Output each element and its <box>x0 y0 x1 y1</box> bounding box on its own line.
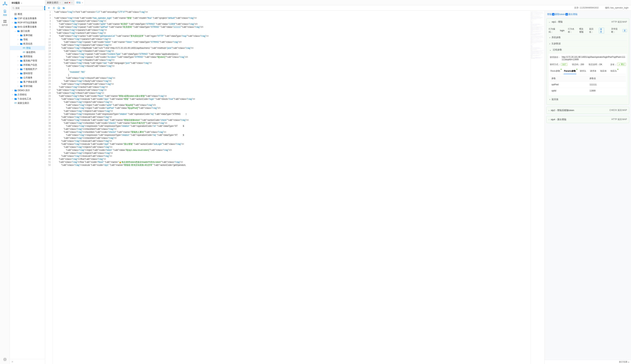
folder-icon <box>20 42 23 45</box>
tree-label: ROP-RTS运营服务 <box>18 21 37 24</box>
return-section[interactable]: ›返回值 <box>549 96 627 102</box>
step-header-stp4[interactable]: › stp4 - 退出登陆HTTP 返回:MAP <box>546 116 629 123</box>
close-icon[interactable]: × <box>60 2 61 4</box>
tree-item[interactable]: ›T-自动化工具 <box>10 97 45 101</box>
svg-point-8 <box>5 359 5 360</box>
sys-params-section[interactable]: ›系统参数 <box>549 34 627 40</box>
folder-icon <box>14 26 17 28</box>
param-tabs: Rests参数 Params参数 请求头 请求体 响应体 响应头 <box>550 68 625 74</box>
tab-res-header[interactable]: 响应头 <box>610 68 617 74</box>
tab-res-body[interactable]: 响应体 <box>600 68 607 74</box>
tree-label: 公共服务 <box>23 76 33 80</box>
rail-lib-label: 组件库 <box>2 24 8 26</box>
search-input[interactable] <box>11 6 43 10</box>
code-icon: </> <box>23 46 26 50</box>
debug-button[interactable] <box>53 7 55 9</box>
close-icon[interactable]: × <box>71 2 72 4</box>
proc-params-section[interactable]: ⌄过程参数 <box>549 46 627 53</box>
status-code: 200 <box>580 63 584 66</box>
folder-icon <box>20 68 23 70</box>
svg-rect-16 <box>63 7 64 9</box>
tree-label: 个股期权开户 <box>23 68 37 71</box>
tree-item[interactable]: </>刷新交易日 <box>10 101 45 105</box>
app-logo <box>3 2 8 6</box>
dir-meta: 目录: 1115294465941632 <box>574 6 598 9</box>
svg-rect-17 <box>64 8 64 9</box>
minimap[interactable]: <?xml version="1.0" encoding="UTF-8"?><r… <box>530 10 544 364</box>
sidebar: BS项目 › 概览›CSF-证金业务服务›ROP-RTS运营服务⌄BAS-业务聚… <box>10 0 45 364</box>
svg-point-1 <box>5 2 5 3</box>
editor-tab[interactable]: asd× <box>63 0 74 5</box>
table-row: optPwd111111 <box>550 82 626 88</box>
arrow-icon: ➜ <box>552 13 554 16</box>
tree-item[interactable]: ›导航 <box>10 38 45 42</box>
tree-label: BAS-业务聚合服务 <box>18 25 37 28</box>
rail-use-cases[interactable]: 用例 <box>3 10 7 16</box>
editor-tabs: 刷新交易日×asd×登陆× <box>45 0 631 5</box>
real-params-section[interactable]: ›实参数据 <box>549 40 627 46</box>
svg-rect-5 <box>5 20 6 21</box>
svg-rect-14 <box>16 14 17 15</box>
tree-label: 密码管理 <box>23 72 33 75</box>
format-button[interactable] <box>63 7 65 9</box>
folder-icon <box>17 30 20 32</box>
svg-rect-13 <box>15 14 15 15</box>
step-panel-stp2: › stp2 - 登陆后校验tokenCHECK 返回:MAP <box>546 107 629 114</box>
tree-item[interactable]: ⌄BAS-业务聚合服务 <box>10 25 45 29</box>
chevron-down-icon: ⌄ <box>549 21 550 23</box>
tree-label: 登陆 <box>26 46 31 50</box>
tree-item[interactable]: 概览 <box>10 12 45 16</box>
tree-item[interactable]: ›个股期权开户 <box>10 67 45 71</box>
request-path: http://172.20.101.90:14001/api/bas/opera… <box>562 56 626 61</box>
tree-item[interactable]: ›Z-回收站 <box>10 92 45 97</box>
tab-req-header[interactable]: 请求头 <box>579 68 586 74</box>
tree-item[interactable]: ›密码管理 <box>10 71 45 76</box>
tree-item[interactable]: ›CSF-证金业务服务 <box>10 16 45 20</box>
tree-label: 客户佣金设置 <box>23 80 37 84</box>
nav-tree: 概览›CSF-证金业务服务›ROP-RTS运营服务⌄BAS-业务聚合服务⌄接口自… <box>10 11 45 359</box>
tree-label: 股东账户管理 <box>23 59 37 62</box>
tree-label: 接口自测 <box>21 29 30 33</box>
tree-item[interactable]: ›外部账户信息 <box>10 63 45 67</box>
settings-icon[interactable] <box>3 358 7 362</box>
svg-rect-11 <box>15 13 15 14</box>
chevron-right-icon: › <box>549 109 549 112</box>
code-editor[interactable]: 1234567891011121314151617181920212223242… <box>45 10 544 364</box>
tree-item[interactable]: </>登陆 <box>10 46 45 50</box>
rail-component-lib[interactable]: 组件库 <box>2 20 8 26</box>
folder-icon <box>20 34 23 37</box>
svg-point-3 <box>6 4 7 5</box>
tree-item[interactable]: ›DEMO-演示 <box>10 88 45 92</box>
toolbar: 目录: 1115294465941632 编码: bas_operator_lo… <box>45 5 631 10</box>
chevron-right-icon: › <box>21 2 22 4</box>
sidebar-collapse[interactable]: « <box>10 359 45 364</box>
folder-icon <box>20 76 23 79</box>
step-panel-stp1: ⌄ stp1 - 登陆 HTTP 返回:MAP 行为编码：login 行为名称：… <box>546 18 629 105</box>
step-header-stp1[interactable]: ⌄ stp1 - 登陆 HTTP 返回:MAP <box>546 18 629 25</box>
result-footer[interactable]: 执行结果 » <box>545 360 631 364</box>
step-header-stp2[interactable]: › stp2 - 登陆后校验tokenCHECK 返回:MAP <box>546 107 629 114</box>
tab-req-body[interactable]: 请求体 <box>590 68 597 74</box>
tree-item[interactable]: </>修改密码 <box>10 50 45 54</box>
editor-tab[interactable]: 登陆× <box>74 0 85 5</box>
tree-label: 通用复核 <box>23 55 33 58</box>
tree-item[interactable]: ⌄柜员信息 <box>10 42 45 46</box>
tree-item[interactable]: ›公共服务 <box>10 76 45 80</box>
run-button[interactable] <box>48 7 50 9</box>
svg-rect-18 <box>65 7 65 9</box>
tab-params[interactable]: Params参数 <box>564 68 576 74</box>
tree-item[interactable]: ›登录功能 <box>10 84 45 88</box>
tree-item[interactable]: ›菜单功能 <box>10 33 45 38</box>
tab-rests[interactable]: Rests参数 <box>550 68 560 74</box>
tree-item[interactable]: ›股东账户管理 <box>10 58 45 63</box>
tree-item[interactable]: ⌄接口自测 <box>10 29 45 33</box>
editor-tab[interactable]: 刷新交易日× <box>45 0 63 5</box>
save-button[interactable] <box>58 7 60 9</box>
close-icon[interactable]: × <box>82 2 83 4</box>
project-title[interactable]: BS项目 › <box>10 0 45 6</box>
tree-item[interactable]: ›ROP-RTS运营服务 <box>10 20 45 25</box>
tree-item[interactable]: ›通用复核 <box>10 54 45 58</box>
tree-item[interactable]: ›客户佣金设置 <box>10 80 45 84</box>
folder-icon <box>20 80 23 83</box>
main: 刷新交易日×asd×登陆× 目录: 1115294465941632 编码: b… <box>45 0 631 364</box>
